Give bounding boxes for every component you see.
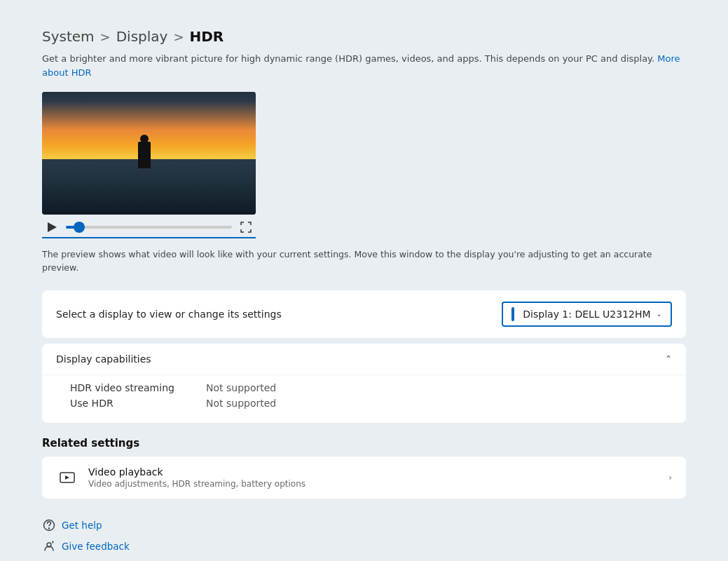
cap-value-hdr-streaming: Not supported <box>206 382 276 393</box>
display-dropdown[interactable]: Display 1: DELL U2312HM ⌄ <box>502 302 672 327</box>
chevron-down-icon: ⌄ <box>657 310 662 318</box>
page-subtitle: Get a brighter and more vibrant picture … <box>42 52 686 79</box>
get-help-label: Get help <box>62 520 102 531</box>
breadcrumb-system[interactable]: System <box>42 28 95 45</box>
cap-label-use-hdr: Use HDR <box>70 398 189 409</box>
seek-thumb[interactable] <box>74 222 85 233</box>
fullscreen-button[interactable] <box>239 220 253 234</box>
video-thumbnail <box>42 92 256 215</box>
capabilities-title: Display capabilities <box>56 353 151 365</box>
video-playback-item[interactable]: Video playback Video adjustments, HDR st… <box>42 457 686 499</box>
cap-row-use-hdr: Use HDR Not supported <box>70 398 672 409</box>
give-feedback-link[interactable]: Give feedback <box>42 539 686 553</box>
video-icon <box>59 469 76 486</box>
play-button[interactable] <box>45 220 59 234</box>
fullscreen-icon <box>240 222 252 233</box>
get-help-link[interactable]: Get help <box>42 518 686 532</box>
settings-page: System > Display > HDR Get a brighter an… <box>0 0 728 561</box>
breadcrumb-sep-1: > <box>100 29 111 44</box>
feedback-icon-svg <box>43 540 55 553</box>
cap-label-hdr-streaming: HDR video streaming <box>70 382 189 393</box>
capabilities-content: HDR video streaming Not supported Use HD… <box>42 375 686 423</box>
help-icon <box>42 518 56 532</box>
display-dropdown-text: Display 1: DELL U2312HM <box>523 309 650 320</box>
play-icon <box>48 222 57 232</box>
video-playback-desc: Video adjustments, HDR streaming, batter… <box>88 479 659 489</box>
capabilities-card: Display capabilities ⌃ HDR video streami… <box>42 344 686 423</box>
display-selector-row: Select a display to view or change its s… <box>42 290 686 338</box>
seek-bar[interactable] <box>66 226 232 229</box>
display-selector-card: Select a display to view or change its s… <box>42 290 686 338</box>
video-preview-container <box>42 92 256 238</box>
bottom-links: Get help Give feedback <box>42 518 686 553</box>
help-icon-svg <box>43 519 55 532</box>
capabilities-header[interactable]: Display capabilities ⌃ <box>42 344 686 375</box>
cap-row-hdr-streaming: HDR video streaming Not supported <box>70 382 672 393</box>
video-controls <box>42 215 256 238</box>
breadcrumb: System > Display > HDR <box>42 28 686 45</box>
video-thumbnail-inner <box>42 92 256 215</box>
related-settings-card: Video playback Video adjustments, HDR st… <box>42 457 686 499</box>
display-dropdown-indicator <box>511 307 514 321</box>
cap-value-use-hdr: Not supported <box>206 398 276 409</box>
settings-item-chevron-icon: › <box>668 473 672 482</box>
breadcrumb-current: HDR <box>190 28 224 45</box>
preview-note: The preview shows what video will look l… <box>42 248 686 275</box>
video-playback-title: Video playback <box>88 466 659 478</box>
give-feedback-label: Give feedback <box>62 541 130 552</box>
display-selector-label: Select a display to view or change its s… <box>56 309 282 320</box>
video-playback-text: Video playback Video adjustments, HDR st… <box>88 466 659 489</box>
chevron-up-icon: ⌃ <box>665 354 672 364</box>
breadcrumb-sep-2: > <box>173 29 184 44</box>
related-settings-title: Related settings <box>42 437 686 450</box>
video-playback-icon <box>56 466 78 489</box>
figure-silhouette <box>138 142 151 168</box>
feedback-icon <box>42 539 56 553</box>
breadcrumb-display[interactable]: Display <box>116 28 168 45</box>
